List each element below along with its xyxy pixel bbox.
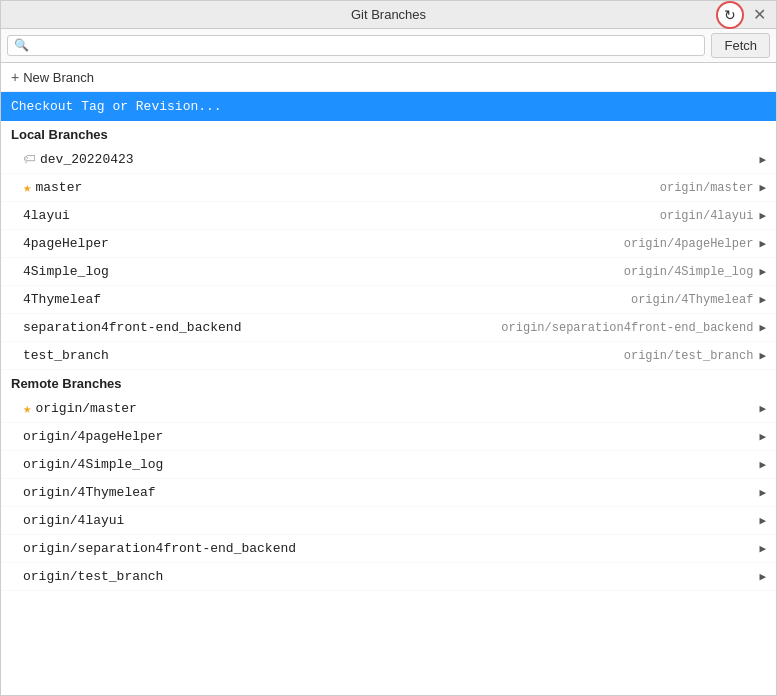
local-branches-header: Local Branches bbox=[1, 121, 776, 146]
search-box[interactable]: 🔍 bbox=[7, 35, 705, 56]
title-bar-actions: ↻ ✕ bbox=[716, 1, 770, 29]
arrow-right-icon: ▶ bbox=[759, 293, 766, 306]
new-branch-label: New Branch bbox=[23, 70, 94, 85]
remote-branch-separation[interactable]: origin/separation4front-end_backend ▶ bbox=[1, 535, 776, 563]
checkout-label: Checkout Tag or Revision... bbox=[11, 99, 222, 114]
remote-branch-master[interactable]: ★ origin/master ▶ bbox=[1, 395, 776, 423]
remote-branch-4simplelog[interactable]: origin/4Simple_log ▶ bbox=[1, 451, 776, 479]
new-branch-row[interactable]: + New Branch bbox=[1, 63, 776, 92]
star-icon: ★ bbox=[23, 400, 31, 417]
checkout-row[interactable]: Checkout Tag or Revision... bbox=[1, 92, 776, 121]
arrow-right-icon: ▶ bbox=[759, 458, 766, 471]
tag-icon: 🏷 bbox=[23, 152, 36, 167]
close-icon: ✕ bbox=[753, 5, 766, 24]
window-title: Git Branches bbox=[351, 7, 426, 22]
close-button[interactable]: ✕ bbox=[748, 4, 770, 26]
local-branch-4layui[interactable]: 4layui origin/4layui ▶ bbox=[1, 202, 776, 230]
local-branch-4pagehelper[interactable]: 4pageHelper origin/4pageHelper ▶ bbox=[1, 230, 776, 258]
remote-branches-header: Remote Branches bbox=[1, 370, 776, 395]
branch-list: + New Branch Checkout Tag or Revision...… bbox=[1, 63, 776, 695]
arrow-right-icon: ▶ bbox=[759, 181, 766, 194]
arrow-right-icon: ▶ bbox=[759, 542, 766, 555]
arrow-right-icon: ▶ bbox=[759, 430, 766, 443]
local-branch-4thymeleaf[interactable]: 4Thymeleaf origin/4Thymeleaf ▶ bbox=[1, 286, 776, 314]
arrow-right-icon: ▶ bbox=[759, 265, 766, 278]
fetch-button[interactable]: Fetch bbox=[711, 33, 770, 58]
remote-branch-4layui[interactable]: origin/4layui ▶ bbox=[1, 507, 776, 535]
arrow-right-icon: ▶ bbox=[759, 153, 766, 166]
refresh-button[interactable]: ↻ bbox=[716, 1, 744, 29]
title-bar: Git Branches ↻ ✕ bbox=[1, 1, 776, 29]
arrow-right-icon: ▶ bbox=[759, 349, 766, 362]
arrow-right-icon: ▶ bbox=[759, 321, 766, 334]
star-icon: ★ bbox=[23, 179, 31, 196]
local-branch-master[interactable]: ★ master origin/master ▶ bbox=[1, 174, 776, 202]
arrow-right-icon: ▶ bbox=[759, 486, 766, 499]
local-branch-4simplelog[interactable]: 4Simple_log origin/4Simple_log ▶ bbox=[1, 258, 776, 286]
arrow-right-icon: ▶ bbox=[759, 402, 766, 415]
remote-branch-4pagehelper[interactable]: origin/4pageHelper ▶ bbox=[1, 423, 776, 451]
remote-branch-testbranch[interactable]: origin/test_branch ▶ bbox=[1, 563, 776, 591]
arrow-right-icon: ▶ bbox=[759, 209, 766, 222]
remote-branch-4thymeleaf[interactable]: origin/4Thymeleaf ▶ bbox=[1, 479, 776, 507]
local-branch-separation[interactable]: separation4front-end_backend origin/sepa… bbox=[1, 314, 776, 342]
search-input[interactable] bbox=[33, 38, 698, 53]
search-icon: 🔍 bbox=[14, 38, 29, 53]
arrow-right-icon: ▶ bbox=[759, 237, 766, 250]
arrow-right-icon: ▶ bbox=[759, 570, 766, 583]
local-branch-dev20220423[interactable]: 🏷 dev_20220423 ▶ bbox=[1, 146, 776, 174]
toolbar: 🔍 Fetch bbox=[1, 29, 776, 63]
git-branches-window: Git Branches ↻ ✕ 🔍 Fetch + New Branch Ch… bbox=[0, 0, 777, 696]
refresh-icon: ↻ bbox=[724, 7, 736, 23]
local-branch-testbranch[interactable]: test_branch origin/test_branch ▶ bbox=[1, 342, 776, 370]
plus-icon: + bbox=[11, 69, 19, 85]
arrow-right-icon: ▶ bbox=[759, 514, 766, 527]
